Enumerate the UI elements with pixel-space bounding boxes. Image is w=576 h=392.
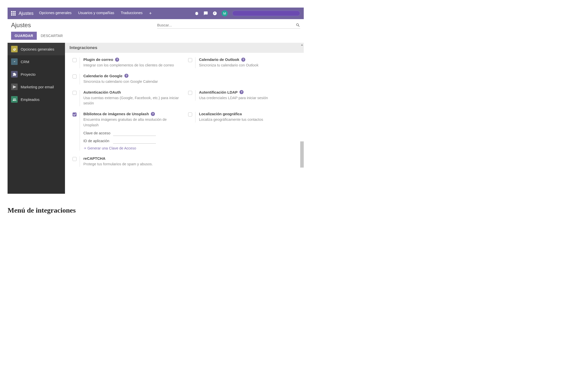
puzzle-icon — [11, 71, 18, 77]
topbar-right: M — [194, 10, 300, 16]
app-title: Ajustes — [19, 11, 33, 16]
chat-icon[interactable] — [204, 11, 208, 16]
figure-caption: Menú de integraciones — [8, 206, 568, 214]
app-id-label: ID de aplicación — [83, 139, 111, 143]
sidebar-item-crm[interactable]: CRM — [8, 55, 65, 68]
activity-icon[interactable] — [213, 11, 217, 16]
debug-icon[interactable] — [194, 11, 199, 16]
option-desc: Encuentra imágenes gratuitas de alta res… — [83, 117, 181, 128]
checkbox-geo[interactable] — [188, 112, 192, 116]
option-recaptcha: reCAPTCHA Protege tus formularios de spa… — [73, 156, 184, 167]
checkbox-mail-plugin[interactable] — [73, 58, 77, 62]
help-icon[interactable]: ? — [241, 58, 245, 62]
options-grid: Plugin de correo? Integrar con los compl… — [65, 53, 304, 171]
sidebar-item-project[interactable]: Proyecto — [8, 68, 65, 81]
option-title: Autentificación LDAP — [199, 90, 238, 94]
content-area: Integraciones Plugin de correo? Integrar… — [65, 43, 304, 194]
help-icon[interactable]: ? — [124, 74, 128, 78]
avatar[interactable]: M — [222, 10, 228, 16]
checkbox-recaptcha[interactable] — [73, 157, 77, 161]
scroll-up-icon[interactable] — [301, 44, 303, 46]
menu-item-users[interactable]: Usuarios y compañías — [78, 11, 114, 16]
checkbox-ldap[interactable] — [188, 91, 192, 95]
section-title: Integraciones — [65, 43, 304, 53]
paper-plane-icon — [11, 84, 18, 90]
option-ldap: Autentificación LDAP? Usa credenciales L… — [188, 90, 296, 106]
option-mail-plugin: Plugin de correo? Integrar con los compl… — [73, 57, 181, 68]
discard-button[interactable]: DESCARTAR — [40, 32, 64, 40]
search-input[interactable] — [157, 23, 296, 27]
access-key-label: Clave de acceso — [83, 131, 111, 135]
page-title: Ajustes — [11, 22, 157, 29]
arrow-right-icon — [83, 147, 86, 150]
option-desc: Usa credenciales LDAP para iniciar sesió… — [199, 95, 296, 101]
option-outlook-calendar: Calendario de Outlook? Sincroniza tu cal… — [188, 57, 296, 68]
option-unsplash: Biblioteca de imágenes de Unsplash? Encu… — [73, 112, 181, 151]
save-button[interactable]: GUARDAR — [11, 32, 37, 40]
checkbox-unsplash[interactable] — [73, 112, 77, 116]
sidebar-item-general[interactable]: Opciones generales — [8, 43, 65, 55]
help-icon[interactable]: ? — [151, 112, 155, 116]
sidebar-item-label: CRM — [21, 60, 29, 64]
generate-key-text: Generar una Clave de Acceso — [87, 146, 136, 150]
option-google-calendar: Calendario de Google? Sincroniza tu cale… — [73, 74, 184, 85]
option-title: reCAPTCHA — [83, 156, 106, 161]
option-desc: Sincroniza tu calendario con Google Cale… — [83, 79, 184, 85]
apps-grid-icon[interactable] — [11, 11, 16, 16]
help-icon[interactable]: ? — [115, 58, 119, 62]
option-desc: Integrar con los complementos de los cli… — [83, 63, 181, 68]
body: Opciones generales CRM Proyecto Marketin… — [8, 43, 304, 194]
people-icon — [11, 96, 18, 103]
option-title: Calendario de Google — [83, 74, 122, 78]
add-menu-icon[interactable]: + — [149, 11, 152, 16]
access-key-input[interactable] — [113, 131, 156, 136]
sidebar: Opciones generales CRM Proyecto Marketin… — [8, 43, 65, 194]
sidebar-item-label: Opciones generales — [21, 47, 54, 51]
option-title: Plugin de correo — [83, 57, 113, 62]
option-geo: Localización geográfica Localiza geográf… — [188, 112, 296, 151]
topbar: Ajustes Opciones generales Usuarios y co… — [8, 8, 304, 19]
checkbox-google-calendar[interactable] — [73, 74, 77, 79]
option-desc: Sincroniza tu calendario con Outlook — [199, 63, 296, 68]
generate-key-link[interactable]: Generar una Clave de Acceso — [83, 146, 136, 150]
checkbox-oauth[interactable] — [73, 91, 77, 95]
sidebar-item-employees[interactable]: Empleados — [8, 93, 65, 106]
search-icon[interactable] — [296, 23, 300, 27]
menu-item-translations[interactable]: Traducciones — [121, 11, 143, 16]
option-title: Autenticación OAuth — [83, 90, 121, 94]
option-desc: Localiza geográficamente tus contactos — [199, 117, 296, 123]
sidebar-item-email-marketing[interactable]: Marketing por email — [8, 81, 65, 93]
option-title: Biblioteca de imágenes de Unsplash — [83, 112, 149, 116]
search-wrap — [157, 22, 300, 29]
option-title: Localización geográfica — [199, 112, 242, 116]
option-oauth: Autenticación OAuth Usa cuentas externas… — [73, 90, 181, 106]
gear-icon — [11, 46, 18, 52]
handshake-icon — [11, 58, 18, 65]
user-info-blurred — [232, 11, 300, 16]
menu-item-general[interactable]: Opciones generales — [39, 11, 72, 16]
main-menu: Opciones generales Usuarios y compañías … — [39, 11, 194, 16]
checkbox-outlook-calendar[interactable] — [188, 58, 192, 62]
scrollbar-thumb[interactable] — [300, 141, 304, 168]
sidebar-item-label: Empleados — [21, 97, 40, 102]
option-title: Calendario de Outlook — [199, 57, 239, 62]
option-desc: Protege tus formularios de spam y abusos… — [83, 162, 184, 167]
app-id-input[interactable] — [113, 138, 156, 144]
help-icon[interactable]: ? — [240, 90, 244, 94]
subheader: Ajustes — [8, 19, 304, 30]
option-desc: Usa cuentas externas (Google, Facebook, … — [83, 95, 181, 106]
sidebar-item-label: Proyecto — [21, 72, 36, 76]
action-buttons: GUARDAR DESCARTAR — [8, 30, 304, 43]
sidebar-item-label: Marketing por email — [21, 85, 54, 89]
